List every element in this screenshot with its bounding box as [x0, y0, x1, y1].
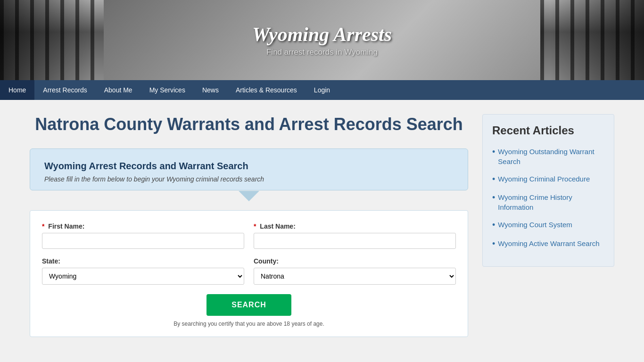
- county-group: County: Natrona: [254, 257, 456, 285]
- first-name-group: * First Name:: [42, 222, 244, 249]
- site-title-wrap: Wyoming Arrests Find arrest records in W…: [252, 23, 392, 57]
- nav-about-me[interactable]: About Me: [96, 80, 141, 100]
- bullet-icon: •: [492, 174, 495, 185]
- state-select[interactable]: Wyoming: [42, 268, 244, 285]
- list-item: • Wyoming Active Warrant Search: [492, 239, 604, 249]
- main-content: Natrona County Warrants and Arrest Recor…: [30, 114, 468, 337]
- list-item: • Wyoming Crime History Information: [492, 192, 604, 212]
- first-name-label: * First Name:: [42, 222, 244, 230]
- page-body: Natrona County Warrants and Arrest Recor…: [23, 100, 621, 351]
- form-header-box: Wyoming Arrest Records and Warrant Searc…: [30, 148, 468, 190]
- site-title: Wyoming Arrests: [252, 23, 392, 46]
- first-name-required: *: [42, 222, 44, 230]
- bullet-icon: •: [492, 192, 495, 203]
- site-tagline: Find arrest records in Wyoming: [252, 48, 392, 57]
- nav-home[interactable]: Home: [0, 80, 34, 100]
- last-name-input[interactable]: [254, 233, 456, 249]
- county-label: County:: [254, 257, 456, 265]
- sidebar: Recent Articles • Wyoming Outstanding Wa…: [482, 114, 614, 337]
- article-link-5[interactable]: Wyoming Active Warrant Search: [498, 239, 599, 248]
- bullet-icon: •: [492, 147, 495, 157]
- location-row: State: Wyoming County: Natrona: [42, 257, 456, 285]
- nav-news[interactable]: News: [194, 80, 227, 100]
- county-select[interactable]: Natrona: [254, 268, 456, 285]
- sidebar-title: Recent Articles: [492, 124, 604, 137]
- last-name-group: * Last Name:: [254, 222, 456, 249]
- article-link-3[interactable]: Wyoming Crime History Information: [498, 192, 604, 212]
- form-disclaimer: By searching you certify that you are ab…: [42, 321, 456, 327]
- article-link-2[interactable]: Wyoming Criminal Procedure: [498, 174, 590, 184]
- page-title: Natrona County Warrants and Arrest Recor…: [30, 114, 468, 134]
- nav-arrest-records[interactable]: Arrest Records: [34, 80, 95, 100]
- form-box-subtitle: Please fill in the form below to begin y…: [44, 175, 454, 183]
- list-item: • Wyoming Criminal Procedure: [492, 174, 604, 185]
- nav-login[interactable]: Login: [305, 80, 339, 100]
- state-group: State: Wyoming: [42, 257, 244, 285]
- search-button[interactable]: SEARCH: [206, 294, 291, 316]
- recent-articles-section: Recent Articles • Wyoming Outstanding Wa…: [482, 114, 614, 267]
- sidebar-article-list: • Wyoming Outstanding Warrant Search • W…: [492, 147, 604, 249]
- last-name-label: * Last Name:: [254, 222, 456, 230]
- state-label: State:: [42, 257, 244, 265]
- list-item: • Wyoming Outstanding Warrant Search: [492, 147, 604, 166]
- form-fields: * First Name: * Last Name: State:: [30, 210, 468, 337]
- form-box-title: Wyoming Arrest Records and Warrant Searc…: [44, 161, 454, 172]
- main-nav: Home Arrest Records About Me My Services…: [0, 80, 644, 100]
- header-bar-right: [540, 0, 644, 80]
- bullet-icon: •: [492, 239, 495, 249]
- site-header: Wyoming Arrests Find arrest records in W…: [0, 0, 644, 80]
- article-link-4[interactable]: Wyoming Court System: [498, 220, 572, 230]
- header-bar-left: [0, 0, 104, 80]
- nav-articles-resources[interactable]: Articles & Resources: [227, 80, 305, 100]
- nav-my-services[interactable]: My Services: [141, 80, 194, 100]
- first-name-input[interactable]: [42, 233, 244, 249]
- last-name-required: *: [254, 222, 256, 230]
- list-item: • Wyoming Court System: [492, 220, 604, 230]
- form-arrow: [239, 191, 259, 201]
- article-link-1[interactable]: Wyoming Outstanding Warrant Search: [498, 147, 604, 166]
- bullet-icon: •: [492, 220, 495, 230]
- name-row: * First Name: * Last Name:: [42, 222, 456, 249]
